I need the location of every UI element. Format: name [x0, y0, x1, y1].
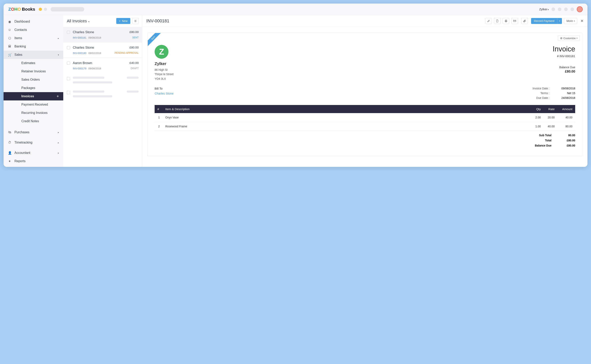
traffic-lights — [39, 8, 47, 11]
email-button[interactable] — [511, 18, 518, 24]
list-options-button[interactable]: ☰ — [132, 18, 139, 24]
invoice-row[interactable]: Charles Stone£80.00 INV-00018009/02/2018… — [63, 42, 142, 58]
company-address: 86 High St Thirpe le Street YO4 3LX — [155, 68, 174, 81]
sidebar-item-dashboard[interactable]: ◉Dashboard — [4, 17, 63, 26]
detail-body: Sent ⚙Customize▾ Z Zylker 86 High St Thi… — [142, 27, 587, 167]
sidebar-item-sales[interactable]: 🛒Sales▾ — [4, 51, 63, 59]
timetracking-icon: ⏱ — [8, 141, 11, 144]
sales-submenu: Estimates Retainer Invoices Sales Orders… — [4, 59, 63, 125]
plus-icon[interactable]: + — [57, 94, 59, 99]
svg-rect-1 — [505, 20, 506, 20]
row-checkbox[interactable] — [67, 46, 70, 49]
record-payment-button[interactable]: Record Payment — [531, 18, 557, 24]
row-invoice-id: INV-000181 — [73, 36, 86, 39]
document-icon — [496, 19, 499, 23]
attachment-button[interactable] — [521, 18, 528, 24]
sidebar-item-reports[interactable]: ✦Reports — [4, 157, 63, 165]
sidebar-item-purchases[interactable]: 🛍Purchases▸ — [4, 128, 63, 136]
invoice-list-panel: All Invoices ▾ +New ☰ Charles Stone£80.0… — [63, 15, 142, 167]
caret-down-icon: ▾ — [559, 20, 560, 22]
edit-button[interactable] — [485, 18, 492, 24]
row-date: 09/08/2018 — [88, 67, 101, 70]
skeleton-row — [63, 87, 142, 101]
document-title-block: Invoice # INV-000181 Balance Due £80.00 — [553, 45, 575, 81]
billto-meta-row: Bill To Charles Stone Invoice Date :09/0… — [155, 87, 575, 101]
bill-to-link[interactable]: Charles Stone — [155, 92, 173, 95]
sidebar-item-timetracking[interactable]: ⏱Timetracking▸ — [4, 138, 63, 147]
dot-icon[interactable] — [44, 8, 47, 11]
sidebar-subitem-retainer-invoices[interactable]: Retainer Invoices — [4, 67, 63, 76]
sidebar-item-items[interactable]: ⎔Items▸ — [4, 34, 63, 42]
sidebar-subitem-recurring-invoices[interactable]: Recurring Invoices — [4, 109, 63, 117]
print-button[interactable] — [503, 18, 509, 24]
sidebar-subitem-payment-received[interactable]: Payment Received — [4, 100, 63, 109]
sidebar-subitem-estimates[interactable]: Estimates — [4, 59, 63, 67]
sidebar-subitem-packages[interactable]: Packages — [4, 84, 63, 92]
org-switcher[interactable]: Zylker▾ — [539, 7, 549, 11]
row-status: SENT — [132, 36, 139, 39]
chevron-right-icon: ▸ — [58, 37, 59, 39]
app-window: ZOHO Books Zylker▾ ◉Dashboard ☺Contacts … — [4, 4, 587, 167]
sales-icon: 🛒 — [8, 53, 11, 57]
company-name: Zylker — [155, 61, 174, 66]
invoice-meta: Invoice Date :09/08/2018 Terms :Net 15 D… — [528, 87, 575, 101]
plus-icon: + — [119, 19, 121, 23]
row-customer: Charles Stone — [73, 30, 94, 34]
row-checkbox[interactable] — [67, 61, 70, 65]
dashboard-icon: ◉ — [8, 20, 11, 24]
chevron-right-icon: ▸ — [58, 142, 59, 144]
pencil-icon — [487, 19, 490, 23]
items-icon: ⎔ — [8, 36, 11, 40]
customize-button[interactable]: ⚙Customize▾ — [558, 35, 580, 41]
sidebar-subitem-credit-notes[interactable]: Credit Notes — [4, 117, 63, 125]
th-num: # — [155, 105, 162, 113]
notification-dot-icon[interactable] — [39, 8, 42, 11]
accountant-icon: 👤 — [8, 151, 11, 155]
sidebar-item-contacts[interactable]: ☺Contacts — [4, 26, 63, 34]
avatar[interactable] — [577, 6, 583, 12]
chevron-right-icon: ▸ — [58, 152, 59, 154]
list-filter-dropdown[interactable]: All Invoices ▾ — [67, 19, 89, 23]
row-status: DRAFT — [131, 67, 139, 70]
totals-block: Sub Total80.00 Total£80.00 Balance Due£8… — [155, 134, 575, 147]
sidebar-subitem-invoices[interactable]: Invoices+ — [4, 92, 63, 100]
row-amount: £80.00 — [130, 46, 139, 50]
line-item-row: 2Rosewood Frame1.0040.0080.00 — [155, 122, 575, 131]
row-amount: £80.00 — [130, 30, 139, 34]
th-item: Item & Description — [162, 105, 532, 113]
pdf-button[interactable] — [494, 18, 501, 24]
topbar-icon[interactable] — [564, 7, 568, 11]
topbar-icon[interactable] — [558, 7, 561, 11]
topbar-icon[interactable] — [552, 7, 555, 11]
more-button[interactable]: More▾ — [564, 18, 577, 24]
detail-title: INV-000181 — [146, 18, 169, 24]
sidebar-subitem-sales-orders[interactable]: Sales Orders — [4, 76, 63, 84]
caret-down-icon: ▾ — [88, 20, 89, 23]
record-payment-dropdown[interactable]: ▾ — [557, 18, 562, 24]
topbar-icon[interactable] — [571, 7, 574, 11]
row-customer: Charles Stone — [73, 46, 94, 50]
gear-icon: ⚙ — [560, 37, 563, 40]
top-bar: ZOHO Books Zylker▾ — [4, 4, 587, 15]
row-checkbox[interactable] — [67, 31, 70, 34]
caret-down-icon: ▾ — [577, 37, 578, 39]
search-input[interactable] — [51, 7, 84, 12]
printer-icon — [504, 19, 507, 23]
invoice-row[interactable]: Charles Stone£80.00 INV-00018109/08/2018… — [63, 27, 142, 42]
line-item-row: 1Onyx Vase2.0020.0040.00 — [155, 113, 575, 122]
line-items-table: # Item & Description Qty Rate Amount 1On… — [155, 105, 575, 131]
sidebar-item-banking[interactable]: 🏛Banking — [4, 42, 63, 51]
chevron-right-icon: ▸ — [58, 131, 59, 133]
sidebar-item-accountant[interactable]: 👤Accountant▸ — [4, 149, 63, 157]
bill-to-block: Bill To Charles Stone — [155, 87, 173, 101]
row-invoice-id: INV-000180 — [73, 52, 86, 55]
banking-icon: 🏛 — [8, 45, 11, 48]
caret-down-icon: ▾ — [574, 20, 575, 22]
th-qty: Qty — [532, 105, 544, 113]
mail-icon — [513, 19, 516, 23]
row-invoice-id: INV-000179 — [73, 67, 86, 70]
close-button[interactable]: ✕ — [580, 19, 584, 23]
new-button[interactable]: +New — [116, 18, 130, 24]
invoice-row[interactable]: Aaron Brown£40.00 INV-00017909/08/2018DR… — [63, 58, 142, 73]
zoho-wordmark: ZOHO — [8, 7, 21, 12]
